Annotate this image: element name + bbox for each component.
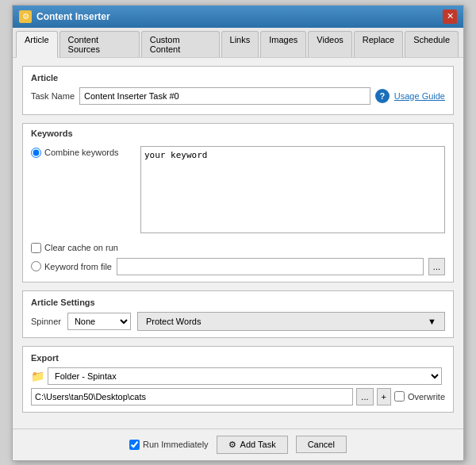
overwrite-label: Overwrite [408,392,445,402]
title-bar-left: ⚙ Content Inserter [19,10,110,23]
title-bar: ⚙ Content Inserter ✕ [13,6,463,28]
export-plus-button[interactable]: + [377,388,391,405]
tab-schedule[interactable]: Schedule [405,31,459,57]
main-window: ⚙ Content Inserter ✕ Article Content Sou… [12,5,464,461]
keyword-from-file-label: Keyword from file [44,262,112,271]
window-title: Content Inserter [36,11,110,22]
clear-cache-label: Clear cache on run [44,243,118,252]
keywords-header: Keywords [23,124,453,146]
keyword-file-input[interactable] [117,258,424,275]
keywords-left: Combine keywords [31,146,134,158]
keyword-from-file-radio[interactable] [31,261,41,271]
export-path-input[interactable] [31,388,353,405]
tab-links[interactable]: Links [221,31,259,57]
overwrite-row: Overwrite [394,391,445,402]
help-icon[interactable]: ? [375,89,390,103]
run-immediately-label: Run Immediately [143,440,209,449]
protect-words-button[interactable]: Protect Words ▼ [137,312,445,331]
run-immediately-row: Run Immediately [129,440,209,450]
article-settings-label: Article Settings [31,298,445,307]
keyword-browse-button[interactable]: ... [428,258,445,275]
export-section-label: Export [31,353,445,363]
export-browse-button[interactable]: ... [356,388,373,405]
tab-article[interactable]: Article [16,31,58,58]
usage-guide-link[interactable]: Usage Guide [394,91,445,101]
keyword-file-row: Keyword from file ... [23,258,453,282]
article-settings-section: Article Settings Spinner None Protect Wo… [22,290,454,338]
task-name-label: Task Name [31,91,75,101]
keyword-file-radio-row: Keyword from file [31,261,112,271]
clear-cache-checkbox[interactable] [31,243,41,253]
overwrite-checkbox[interactable] [394,391,405,402]
spinner-row: Spinner None Protect Words ▼ [31,312,445,331]
bottom-bar: Run Immediately ⚙ Add Task Cancel [13,428,463,460]
tab-custom-content[interactable]: Custom Content [141,31,220,57]
folder-icon: 📁 [31,370,44,382]
tab-content-sources[interactable]: Content Sources [60,31,140,57]
add-task-label: Add Task [240,440,276,449]
protect-words-arrow: ▼ [428,317,436,326]
app-icon: ⚙ [19,10,32,23]
add-task-button[interactable]: ⚙ Add Task [217,436,288,454]
combine-keywords-row: Combine keywords [31,148,134,158]
task-name-input[interactable] [79,87,370,105]
keywords-section-label: Keywords [31,129,445,138]
export-path-row: ... + Overwrite [31,388,445,405]
article-section-label: Article [31,73,445,83]
export-type-select[interactable]: Folder - Spintax [48,367,442,385]
add-task-icon: ⚙ [228,440,236,450]
spinner-select[interactable]: None [67,313,131,330]
combine-keywords-label: Combine keywords [44,148,119,157]
article-group: Article Task Name ? Usage Guide [22,66,454,115]
run-immediately-checkbox[interactable] [129,440,140,450]
main-content: Article Task Name ? Usage Guide Keywords… [13,58,463,428]
close-button[interactable]: ✕ [443,10,457,24]
tab-replace[interactable]: Replace [354,31,403,57]
export-folder-row: 📁 Folder - Spintax [31,367,445,385]
spinner-label: Spinner [31,317,61,326]
keywords-textarea[interactable]: your keyword [140,146,445,233]
cancel-button[interactable]: Cancel [296,436,347,453]
tab-videos[interactable]: Videos [308,31,351,57]
clear-cache-row: Clear cache on run [23,240,453,258]
combine-keywords-radio[interactable] [31,148,41,158]
export-section: Export 📁 Folder - Spintax ... + Overwrit… [22,346,454,413]
protect-words-label: Protect Words [146,317,202,326]
keywords-body: Combine keywords your keyword [23,146,453,240]
task-name-row: Task Name ? Usage Guide [31,87,445,105]
keywords-section: Keywords Combine keywords your keyword C… [22,123,454,282]
tabs-bar: Article Content Sources Custom Content L… [13,28,463,58]
tab-images[interactable]: Images [260,31,306,57]
